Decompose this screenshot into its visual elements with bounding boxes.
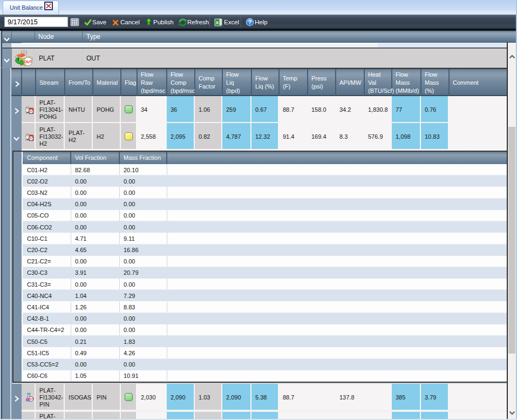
- svg-text:X: X: [216, 20, 219, 25]
- svg-text:OUT: OUT: [24, 59, 32, 64]
- svg-text:OUT: OUT: [29, 110, 34, 113]
- svg-text:?: ?: [248, 19, 251, 25]
- svg-text:OUT: OUT: [29, 137, 34, 140]
- svg-text:OUT: OUT: [29, 398, 34, 401]
